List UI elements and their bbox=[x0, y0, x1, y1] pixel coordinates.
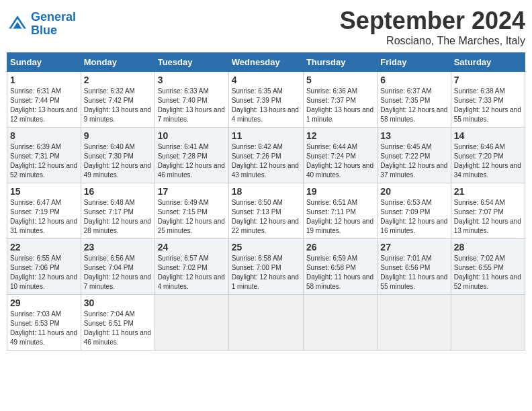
logo-icon bbox=[7, 13, 28, 35]
day-info: Sunrise: 6:41 AM Sunset: 7:28 PM Dayligh… bbox=[158, 142, 226, 180]
title-block: September 2024 Rosciano, The Marches, It… bbox=[340, 7, 525, 47]
day-info: Sunrise: 6:49 AM Sunset: 7:15 PM Dayligh… bbox=[158, 198, 226, 236]
logo-text: General Blue bbox=[31, 11, 76, 38]
day-info: Sunrise: 6:32 AM Sunset: 7:42 PM Dayligh… bbox=[84, 87, 152, 124]
table-row: 14 Sunrise: 6:46 AM Sunset: 7:20 PM Dayl… bbox=[451, 128, 525, 183]
day-number: 20 bbox=[380, 186, 447, 197]
day-number: 1 bbox=[10, 75, 78, 85]
table-row bbox=[378, 295, 451, 351]
table-row: 4 Sunrise: 6:35 AM Sunset: 7:39 PM Dayli… bbox=[228, 72, 303, 128]
day-info: Sunrise: 6:45 AM Sunset: 7:22 PM Dayligh… bbox=[380, 142, 447, 180]
day-info: Sunrise: 6:48 AM Sunset: 7:17 PM Dayligh… bbox=[84, 198, 152, 236]
day-info: Sunrise: 6:57 AM Sunset: 7:02 PM Dayligh… bbox=[158, 254, 226, 291]
day-number: 23 bbox=[84, 242, 152, 253]
table-row: 10 Sunrise: 6:41 AM Sunset: 7:28 PM Dayl… bbox=[154, 128, 228, 183]
table-row: 5 Sunrise: 6:36 AM Sunset: 7:37 PM Dayli… bbox=[303, 72, 377, 128]
day-info: Sunrise: 6:40 AM Sunset: 7:30 PM Dayligh… bbox=[84, 142, 152, 180]
day-info: Sunrise: 7:02 AM Sunset: 6:55 PM Dayligh… bbox=[454, 254, 522, 291]
day-number: 16 bbox=[84, 186, 152, 197]
day-info: Sunrise: 6:59 AM Sunset: 6:58 PM Dayligh… bbox=[306, 254, 374, 291]
day-info: Sunrise: 6:46 AM Sunset: 7:20 PM Dayligh… bbox=[454, 142, 522, 180]
day-info: Sunrise: 7:01 AM Sunset: 6:56 PM Dayligh… bbox=[380, 254, 447, 291]
location-subtitle: Rosciano, The Marches, Italy bbox=[340, 35, 525, 47]
table-row: 25 Sunrise: 6:58 AM Sunset: 7:00 PM Dayl… bbox=[228, 239, 303, 295]
table-row: 26 Sunrise: 6:59 AM Sunset: 6:58 PM Dayl… bbox=[303, 239, 377, 295]
calendar-body: 1 Sunrise: 6:31 AM Sunset: 7:44 PM Dayli… bbox=[7, 72, 525, 351]
day-info: Sunrise: 6:35 AM Sunset: 7:39 PM Dayligh… bbox=[232, 87, 300, 124]
table-row: 3 Sunrise: 6:33 AM Sunset: 7:40 PM Dayli… bbox=[154, 72, 228, 128]
day-number: 17 bbox=[158, 186, 226, 197]
day-info: Sunrise: 6:53 AM Sunset: 7:09 PM Dayligh… bbox=[380, 198, 447, 236]
col-saturday: Saturday bbox=[451, 53, 525, 72]
table-row: 28 Sunrise: 7:02 AM Sunset: 6:55 PM Dayl… bbox=[451, 239, 525, 295]
table-row bbox=[451, 295, 525, 351]
day-info: Sunrise: 6:37 AM Sunset: 7:35 PM Dayligh… bbox=[380, 87, 447, 124]
header-row: Sunday Monday Tuesday Wednesday Thursday… bbox=[7, 53, 525, 72]
table-row: 24 Sunrise: 6:57 AM Sunset: 7:02 PM Dayl… bbox=[154, 239, 228, 295]
table-row: 22 Sunrise: 6:55 AM Sunset: 7:06 PM Dayl… bbox=[7, 239, 81, 295]
col-tuesday: Tuesday bbox=[154, 53, 228, 72]
page-header: General Blue September 2024 Rosciano, Th… bbox=[7, 7, 525, 47]
table-row bbox=[228, 295, 303, 351]
calendar-table: Sunday Monday Tuesday Wednesday Thursday… bbox=[7, 52, 525, 351]
day-info: Sunrise: 7:03 AM Sunset: 6:53 PM Dayligh… bbox=[10, 310, 78, 347]
table-row: 23 Sunrise: 6:56 AM Sunset: 7:04 PM Dayl… bbox=[81, 239, 154, 295]
table-row: 27 Sunrise: 7:01 AM Sunset: 6:56 PM Dayl… bbox=[378, 239, 451, 295]
day-info: Sunrise: 6:54 AM Sunset: 7:07 PM Dayligh… bbox=[454, 198, 522, 236]
day-number: 2 bbox=[84, 75, 152, 85]
day-number: 19 bbox=[306, 186, 374, 197]
table-row: 6 Sunrise: 6:37 AM Sunset: 7:35 PM Dayli… bbox=[378, 72, 451, 128]
day-info: Sunrise: 6:56 AM Sunset: 7:04 PM Dayligh… bbox=[84, 254, 152, 291]
day-number: 11 bbox=[232, 130, 300, 141]
day-info: Sunrise: 6:39 AM Sunset: 7:31 PM Dayligh… bbox=[10, 142, 78, 180]
table-row: 9 Sunrise: 6:40 AM Sunset: 7:30 PM Dayli… bbox=[81, 128, 154, 183]
col-sunday: Sunday bbox=[7, 53, 81, 72]
table-row: 30 Sunrise: 7:04 AM Sunset: 6:51 PM Dayl… bbox=[81, 295, 154, 351]
month-title: September 2024 bbox=[340, 7, 525, 35]
table-row: 20 Sunrise: 6:53 AM Sunset: 7:09 PM Dayl… bbox=[378, 183, 451, 239]
day-number: 26 bbox=[306, 242, 374, 253]
table-row: 8 Sunrise: 6:39 AM Sunset: 7:31 PM Dayli… bbox=[7, 128, 81, 183]
day-number: 30 bbox=[84, 298, 152, 308]
day-number: 13 bbox=[380, 130, 447, 141]
day-number: 12 bbox=[306, 130, 374, 141]
day-number: 29 bbox=[10, 298, 78, 308]
day-number: 6 bbox=[380, 75, 447, 85]
col-wednesday: Wednesday bbox=[228, 53, 303, 72]
day-info: Sunrise: 6:47 AM Sunset: 7:19 PM Dayligh… bbox=[10, 198, 78, 236]
day-number: 22 bbox=[10, 242, 78, 253]
day-number: 24 bbox=[158, 242, 226, 253]
calendar-row: 8 Sunrise: 6:39 AM Sunset: 7:31 PM Dayli… bbox=[7, 128, 525, 183]
table-row: 1 Sunrise: 6:31 AM Sunset: 7:44 PM Dayli… bbox=[7, 72, 81, 128]
day-info: Sunrise: 6:50 AM Sunset: 7:13 PM Dayligh… bbox=[232, 198, 300, 236]
logo-line1: General bbox=[31, 10, 76, 24]
day-number: 27 bbox=[380, 242, 447, 253]
col-thursday: Thursday bbox=[303, 53, 377, 72]
table-row: 19 Sunrise: 6:51 AM Sunset: 7:11 PM Dayl… bbox=[303, 183, 377, 239]
day-number: 10 bbox=[158, 130, 226, 141]
calendar-row: 29 Sunrise: 7:03 AM Sunset: 6:53 PM Dayl… bbox=[7, 295, 525, 351]
day-info: Sunrise: 7:04 AM Sunset: 6:51 PM Dayligh… bbox=[84, 310, 152, 347]
table-row bbox=[303, 295, 377, 351]
col-friday: Friday bbox=[378, 53, 451, 72]
day-info: Sunrise: 6:55 AM Sunset: 7:06 PM Dayligh… bbox=[10, 254, 78, 291]
table-row: 13 Sunrise: 6:45 AM Sunset: 7:22 PM Dayl… bbox=[378, 128, 451, 183]
day-info: Sunrise: 6:42 AM Sunset: 7:26 PM Dayligh… bbox=[232, 142, 300, 180]
table-row: 21 Sunrise: 6:54 AM Sunset: 7:07 PM Dayl… bbox=[451, 183, 525, 239]
day-info: Sunrise: 6:38 AM Sunset: 7:33 PM Dayligh… bbox=[454, 87, 522, 124]
day-number: 25 bbox=[232, 242, 300, 253]
table-row: 7 Sunrise: 6:38 AM Sunset: 7:33 PM Dayli… bbox=[451, 72, 525, 128]
calendar-row: 15 Sunrise: 6:47 AM Sunset: 7:19 PM Dayl… bbox=[7, 183, 525, 239]
day-number: 18 bbox=[232, 186, 300, 197]
day-info: Sunrise: 6:51 AM Sunset: 7:11 PM Dayligh… bbox=[306, 198, 374, 236]
day-info: Sunrise: 6:44 AM Sunset: 7:24 PM Dayligh… bbox=[306, 142, 374, 180]
table-row: 12 Sunrise: 6:44 AM Sunset: 7:24 PM Dayl… bbox=[303, 128, 377, 183]
table-row: 16 Sunrise: 6:48 AM Sunset: 7:17 PM Dayl… bbox=[81, 183, 154, 239]
day-info: Sunrise: 6:36 AM Sunset: 7:37 PM Dayligh… bbox=[306, 87, 374, 124]
col-monday: Monday bbox=[81, 53, 154, 72]
day-info: Sunrise: 6:31 AM Sunset: 7:44 PM Dayligh… bbox=[10, 87, 78, 124]
logo: General Blue bbox=[7, 11, 76, 38]
table-row: 15 Sunrise: 6:47 AM Sunset: 7:19 PM Dayl… bbox=[7, 183, 81, 239]
day-number: 14 bbox=[454, 130, 522, 141]
table-row: 18 Sunrise: 6:50 AM Sunset: 7:13 PM Dayl… bbox=[228, 183, 303, 239]
